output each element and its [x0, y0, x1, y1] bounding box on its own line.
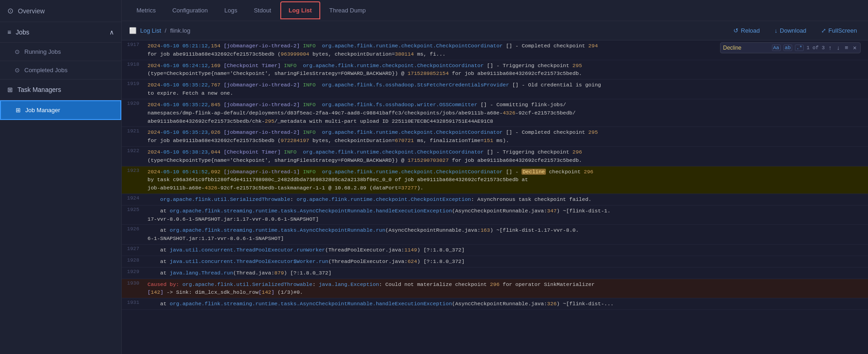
log-row: 19232024-05-10 05:41:52,092 [jobmanager-…	[122, 166, 868, 194]
line-number: 1919	[122, 80, 144, 99]
log-content: at java.util.concurrent.ThreadPoolExecut…	[144, 256, 868, 267]
log-row: 19202024-05-10 05:35:22,845 [jobmanager-…	[122, 99, 868, 127]
search-count: 1 of 3	[806, 45, 825, 51]
line-number: 1920	[122, 99, 144, 126]
reload-button[interactable]: ↺ Reload	[730, 25, 763, 36]
sidebar-jobs-section[interactable]: ≡ Jobs ∧	[0, 22, 121, 43]
search-menu-icon[interactable]: ≡	[844, 45, 849, 51]
line-number: 1930	[122, 279, 144, 298]
job-manager-icon: ⊞	[16, 107, 21, 114]
log-content: at org.apache.flink.streaming.runtime.ta…	[144, 206, 868, 225]
breadcrumb-separator: /	[165, 27, 167, 34]
log-row: 1929 at java.lang.Thread.run(Thread.java…	[122, 268, 868, 279]
search-ab-btn[interactable]: ab	[783, 45, 792, 51]
search-close-icon[interactable]: ✕	[852, 44, 857, 51]
tab-bar: Metrics Configuration Logs Stdout Log Li…	[122, 0, 868, 21]
line-number: 1925	[122, 206, 144, 225]
line-number: 1926	[122, 225, 144, 244]
log-content: at org.apache.flink.streaming.runtime.ta…	[144, 225, 868, 244]
log-row: 19192024-05-10 05:35:22,767 [jobmanager-…	[122, 80, 868, 99]
log-content: 2024-05-10 05:35:23,026 [jobmanager-io-t…	[144, 127, 868, 146]
log-row: 19212024-05-10 05:35:23,026 [jobmanager-…	[122, 127, 868, 147]
sidebar-item-running-jobs[interactable]: ⊙ Running Jobs	[0, 43, 121, 61]
search-next-icon[interactable]: ↓	[836, 45, 841, 51]
log-row: 1928 at java.util.concurrent.ThreadPoolE…	[122, 256, 868, 268]
toolbar: ⬜ Log List / flink.log ↺ Reload ↓ Downlo…	[122, 21, 868, 40]
log-content: 2024-05-10 05:24:12,169 [Checkpoint Time…	[144, 60, 868, 80]
tab-log-list[interactable]: Log List	[280, 1, 320, 19]
overview-icon: ⊙	[7, 6, 13, 15]
tab-thread-dump[interactable]: Thread Dump	[322, 2, 373, 18]
reload-icon: ↺	[733, 27, 738, 34]
log-content: org.apache.flink.util.SerializedThrowabl…	[144, 194, 868, 205]
tab-logs[interactable]: Logs	[217, 2, 244, 18]
breadcrumb-log-list-link[interactable]: Log List	[140, 27, 161, 34]
log-content: 2024-05-10 05:38:23,044 [Checkpoint Time…	[144, 147, 868, 166]
line-number: 1922	[122, 147, 144, 166]
tab-metrics[interactable]: Metrics	[129, 2, 163, 18]
sidebar-task-managers[interactable]: ⊞ Task Managers	[0, 80, 121, 100]
search-input[interactable]	[723, 45, 769, 51]
log-rows-container: 19172024-05-10 05:21:12,154 [jobmanager-…	[122, 40, 868, 310]
breadcrumb-list-icon: ⬜	[129, 27, 136, 34]
download-icon: ↓	[775, 27, 778, 34]
jobs-icon: ≡	[7, 29, 11, 36]
log-row: 1924 org.apache.flink.util.SerializedThr…	[122, 194, 868, 206]
log-row: 19222024-05-10 05:38:23,044 [Checkpoint …	[122, 147, 868, 166]
tab-stdout[interactable]: Stdout	[246, 2, 278, 18]
running-jobs-icon: ⊙	[15, 48, 20, 55]
line-number: 1931	[122, 298, 144, 309]
line-number: 1923	[122, 166, 144, 194]
fullscreen-icon: ⤢	[821, 27, 826, 34]
log-content: at java.lang.Thread.run(Thread.java:879)…	[144, 268, 868, 279]
search-regex-btn[interactable]: .*	[795, 45, 804, 51]
sidebar-item-completed-jobs[interactable]: ⊙ Completed Jobs	[0, 61, 121, 80]
sidebar-item-job-manager[interactable]: ⊞ Job Manager	[0, 100, 121, 120]
log-content: Caused by: org.apache.flink.util.Seriali…	[144, 279, 868, 298]
line-number: 1921	[122, 127, 144, 146]
search-aa-btn[interactable]: Aa	[772, 45, 781, 51]
search-prev-icon[interactable]: ↑	[828, 45, 833, 51]
log-content: 2024-05-10 05:35:22,845 [jobmanager-io-t…	[144, 99, 868, 126]
line-number: 1918	[122, 60, 144, 80]
breadcrumb: ⬜ Log List / flink.log	[129, 27, 190, 34]
log-content: at java.util.concurrent.ThreadPoolExecut…	[144, 245, 868, 256]
log-row: 1930Caused by: org.apache.flink.util.Ser…	[122, 279, 868, 299]
breadcrumb-file: flink.log	[170, 27, 190, 34]
log-row: 1926 at org.apache.flink.streaming.runti…	[122, 225, 868, 245]
log-area[interactable]: Aa ab .* 1 of 3 ↑ ↓ ≡ ✕ 19172024-05-10 0…	[122, 40, 868, 354]
log-content: 2024-05-10 05:41:52,092 [jobmanager-io-t…	[144, 166, 868, 194]
log-row: 1925 at org.apache.flink.streaming.runti…	[122, 206, 868, 225]
download-button[interactable]: ↓ Download	[771, 25, 810, 36]
search-overlay: Aa ab .* 1 of 3 ↑ ↓ ≡ ✕	[720, 42, 861, 53]
line-number: 1928	[122, 256, 144, 267]
sidebar-overview[interactable]: ⊙ Overview	[0, 0, 121, 22]
task-managers-icon: ⊞	[7, 86, 13, 93]
log-content: at org.apache.flink.streaming.runtime.ta…	[144, 298, 868, 309]
line-number: 1929	[122, 268, 144, 279]
log-row: 19182024-05-10 05:24:12,169 [Checkpoint …	[122, 60, 868, 80]
toolbar-actions: ↺ Reload ↓ Download ⤢ FullScreen	[730, 25, 861, 36]
log-row: 1931 at org.apache.flink.streaming.runti…	[122, 298, 868, 310]
fullscreen-button[interactable]: ⤢ FullScreen	[817, 25, 861, 36]
log-row: 1927 at java.util.concurrent.ThreadPoolE…	[122, 245, 868, 256]
line-number: 1917	[122, 40, 144, 60]
tab-configuration[interactable]: Configuration	[165, 2, 215, 18]
line-number: 1924	[122, 194, 144, 205]
sidebar: ⊙ Overview ≡ Jobs ∧ ⊙ Running Jobs ⊙ Com…	[0, 0, 122, 354]
completed-jobs-icon: ⊙	[15, 67, 20, 74]
log-content: 2024-05-10 05:35:22,767 [jobmanager-io-t…	[144, 80, 868, 99]
main-content: Metrics Configuration Logs Stdout Log Li…	[122, 0, 868, 354]
line-number: 1927	[122, 245, 144, 256]
jobs-chevron-icon: ∧	[109, 29, 114, 36]
